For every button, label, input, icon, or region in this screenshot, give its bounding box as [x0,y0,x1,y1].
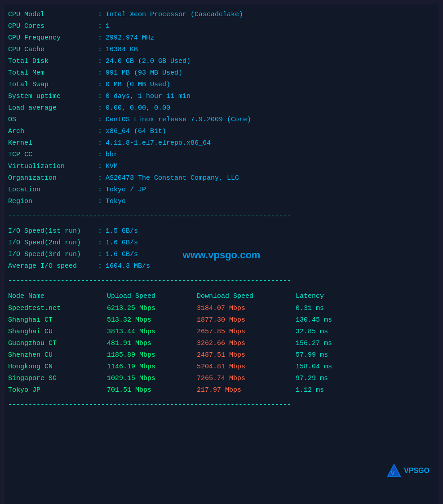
io3-row: I/O Speed(3rd run) : 1.6 GB/s [8,249,435,261]
io1-row: I/O Speed(1st run) : 1.5 GB/s [8,225,435,237]
io2-value: 1.6 GB/s [106,238,138,248]
upload-speed: 6213.25 Mbps [107,303,197,314]
uptime-value: 0 days, 1 hour 11 min [106,91,190,102]
cpu-freq-value: 2992.974 MHz [106,33,154,44]
total-disk-row: Total Disk : 24.0 GB (2.0 GB Used) [8,56,435,67]
upload-speed: 481.91 Mbps [107,338,197,349]
latency-value: 97.29 ms [296,373,377,384]
upload-speed: 1146.19 Mbps [107,362,197,372]
kernel-label: Kernel [8,138,98,149]
cpu-cache-label: CPU Cache [8,44,98,55]
io2-label: I/O Speed(2nd run) [8,238,98,248]
virt-row: Virtualization : KVM [8,161,435,172]
kernel-row: Kernel : 4.11.8-1.el7.elrepo.x86_64 [8,137,435,149]
cpu-model-row: CPU Model : Intel Xeon Processor (Cascad… [8,9,435,21]
io1-label: I/O Speed(1st run) [8,226,98,237]
region-row: Region : Tokyo [8,196,435,208]
cpu-cores-value: 1 [106,21,110,32]
load-avg-value: 0.00, 0.00, 0.00 [106,103,170,114]
table-row: Tokyo JP 701.51 Mbps 217.97 Mbps 1.12 ms [8,385,435,396]
watermark-logo: V VPSGO [387,464,430,478]
region-value: Tokyo [106,196,126,207]
latency-value: 156.27 ms [296,338,377,349]
load-avg-label: Load average [8,103,98,114]
latency-value: 0.31 ms [296,303,377,314]
latency-value: 130.45 ms [296,315,377,326]
total-swap-value: 0 MB (0 MB Used) [106,80,170,90]
svg-marker-0 [388,464,401,477]
avg-io-row: Average I/O speed : 1604.3 MB/s [8,261,435,272]
total-swap-label: Total Swap [8,80,98,90]
upload-speed: 513.32 Mbps [107,315,197,326]
table-row: Speedtest.net 6213.25 Mbps 3184.07 Mbps … [8,303,435,314]
separator-2: ----------------------------------------… [8,276,435,287]
separator-1: ----------------------------------------… [8,211,435,222]
io1-value: 1.5 GB/s [106,226,138,237]
node-name: Speedtest.net [8,303,107,314]
table-row: Shanghai CU 3813.44 Mbps 2657.85 Mbps 32… [8,326,435,338]
total-mem-label: Total Mem [8,68,98,79]
col-latency-header: Latency [296,291,377,302]
cpu-freq-label: CPU Frequency [8,33,98,44]
org-row: Organization : AS20473 The Constant Comp… [8,172,435,184]
arch-row: Arch : x86_64 (64 Bit) [8,126,435,137]
col-upload-header: Upload Speed [107,291,197,302]
cpu-freq-row: CPU Frequency : 2992.974 MHz [8,32,435,44]
vpsgo-brand-text: VPSGO [404,465,430,477]
cpu-cores-label: CPU Cores [8,21,98,32]
upload-speed: 1029.15 Mbps [107,373,197,384]
upload-speed: 3813.44 Mbps [107,327,197,337]
download-speed: 1877.30 Mbps [197,315,296,326]
kernel-value: 4.11.8-1.el7.elrepo.x86_64 [106,138,211,149]
io3-value: 1.6 GB/s [106,249,138,260]
total-mem-row: Total Mem : 991 MB (93 MB Used) [8,67,435,79]
total-mem-value: 991 MB (93 MB Used) [106,68,182,79]
download-speed: 5204.81 Mbps [197,362,296,372]
arch-value: x86_64 (64 Bit) [106,126,166,137]
separator-3: ----------------------------------------… [8,400,435,411]
table-row: Shenzhen CU 1185.89 Mbps 2487.51 Mbps 57… [8,349,435,361]
total-disk-value: 24.0 GB (2.0 GB Used) [106,56,190,67]
svg-text:V: V [391,470,395,477]
location-value: Tokyo / JP [106,185,146,195]
org-label: Organization [8,173,98,184]
uptime-row: System uptime : 0 days, 1 hour 11 min [8,91,435,102]
col-node-header: Node Name [8,291,107,302]
node-name: Guangzhou CT [8,338,107,349]
table-row: Shanghai CT 513.32 Mbps 1877.30 Mbps 130… [8,314,435,326]
io3-label: I/O Speed(3rd run) [8,249,98,260]
vpsgo-logo-icon: V [387,464,401,478]
cpu-model-value: Intel Xeon Processor (Cascadelake) [106,9,243,20]
latency-value: 1.12 ms [296,385,377,396]
uptime-label: System uptime [8,91,98,102]
total-disk-label: Total Disk [8,56,98,67]
node-name: Singapore SG [8,373,107,384]
cpu-cache-row: CPU Cache : 16384 KB [8,44,435,56]
tcp-cc-row: TCP CC : bbr [8,149,435,161]
table-row: Guangzhou CT 481.91 Mbps 3262.66 Mbps 15… [8,338,435,349]
download-speed: 217.97 Mbps [197,385,296,396]
location-row: Location : Tokyo / JP [8,184,435,196]
node-name: Tokyo JP [8,385,107,396]
download-speed: 2487.51 Mbps [197,350,296,361]
download-speed: 2657.85 Mbps [197,327,296,337]
tcp-cc-value: bbr [106,150,118,160]
os-label: OS [8,115,98,125]
cpu-cores-row: CPU Cores : 1 [8,21,435,32]
col-download-header: Download Speed [197,291,296,302]
table-row: Singapore SG 1029.15 Mbps 7265.74 Mbps 9… [8,373,435,385]
arch-label: Arch [8,126,98,137]
network-table-body: Speedtest.net 6213.25 Mbps 3184.07 Mbps … [8,303,435,396]
os-value: CentOS Linux release 7.9.2009 (Core) [106,115,251,125]
io2-row: I/O Speed(2nd run) : 1.6 GB/s [8,237,435,249]
avg-io-value: 1604.3 MB/s [106,261,150,272]
node-name: Shanghai CU [8,327,107,337]
node-name: Shenzhen CU [8,350,107,361]
latency-value: 57.99 ms [296,350,377,361]
virt-value: KVM [106,161,118,172]
download-speed: 3184.07 Mbps [197,303,296,314]
cpu-cache-value: 16384 KB [106,44,138,55]
virt-label: Virtualization [8,161,98,172]
latency-value: 32.85 ms [296,327,377,337]
org-value: AS20473 The Constant Company, LLC [106,173,239,184]
